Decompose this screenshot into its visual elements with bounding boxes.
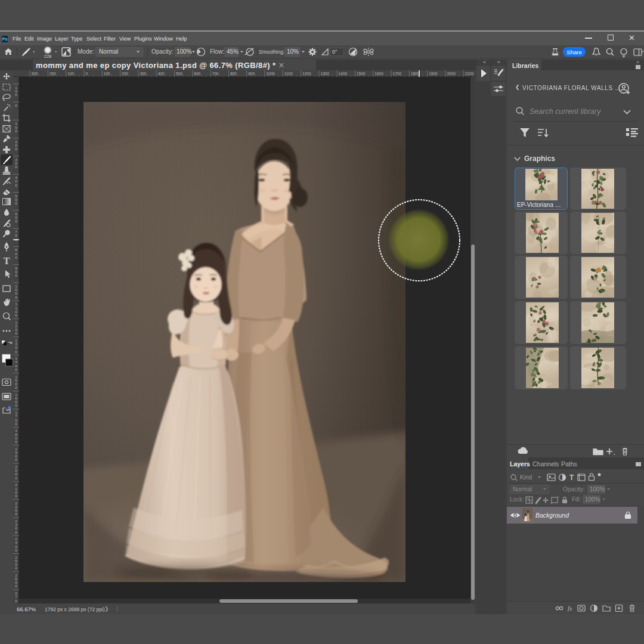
svg-text:200: 200 — [49, 72, 56, 76]
svg-text:0: 0 — [15, 201, 17, 205]
svg-text:0: 0 — [15, 273, 17, 277]
svg-text:0: 0 — [15, 385, 17, 389]
svg-text:1400: 1400 — [339, 72, 348, 76]
svg-text:100: 100 — [67, 72, 74, 76]
svg-text:T: T — [569, 473, 574, 482]
svg-text:0: 0 — [86, 72, 88, 76]
svg-text:0: 0 — [15, 530, 17, 534]
svg-text:0: 0 — [15, 92, 17, 97]
svg-text:1800: 1800 — [411, 72, 420, 76]
svg-text:0: 0 — [15, 219, 17, 223]
svg-text:Kind: Kind — [520, 474, 532, 481]
svg-text:10%: 10% — [287, 48, 299, 55]
svg-text:228: 228 — [44, 54, 52, 59]
svg-text:1500: 1500 — [357, 72, 366, 76]
svg-text:1700: 1700 — [393, 72, 402, 76]
svg-text:1900: 1900 — [429, 72, 438, 76]
svg-text:Mode:: Mode: — [78, 48, 94, 55]
svg-text:fx: fx — [568, 605, 572, 612]
svg-text:0: 0 — [15, 566, 17, 570]
svg-text:0: 0 — [15, 129, 17, 133]
svg-text:1000: 1000 — [267, 72, 275, 76]
svg-text:45%: 45% — [227, 48, 239, 55]
svg-text:Flow:: Flow: — [210, 48, 224, 55]
svg-text:0: 0 — [15, 255, 17, 259]
svg-text:500: 500 — [176, 72, 182, 76]
svg-text:0: 0 — [15, 295, 17, 299]
svg-text:1100: 1100 — [284, 72, 293, 76]
svg-text:0: 0 — [15, 331, 17, 335]
svg-text:400: 400 — [158, 72, 165, 76]
svg-text:1200: 1200 — [302, 72, 311, 76]
svg-text:2100: 2100 — [465, 72, 474, 76]
svg-text:0: 0 — [15, 103, 17, 107]
svg-text:0: 0 — [15, 457, 17, 462]
svg-text:900: 900 — [248, 72, 255, 76]
svg-text:0: 0 — [15, 183, 17, 187]
svg-text:Share: Share — [566, 49, 581, 55]
svg-text:0: 0 — [15, 422, 17, 426]
svg-text:0: 0 — [15, 584, 17, 588]
svg-text:200: 200 — [122, 72, 128, 76]
svg-text:Opacity:: Opacity: — [151, 48, 174, 55]
svg-text:300: 300 — [32, 72, 38, 76]
svg-text:0: 0 — [15, 512, 17, 516]
svg-text:Smoothing:: Smoothing: — [259, 49, 284, 55]
svg-text:0: 0 — [15, 165, 17, 169]
svg-text:Normal: Normal — [99, 48, 118, 55]
svg-text:100: 100 — [104, 72, 110, 76]
svg-text:800: 800 — [230, 72, 237, 76]
svg-text:0: 0 — [15, 147, 17, 151]
svg-text:0°: 0° — [332, 49, 338, 55]
svg-text:1300: 1300 — [320, 72, 329, 76]
svg-text:100%: 100% — [177, 48, 192, 55]
svg-text:2000: 2000 — [447, 72, 456, 76]
svg-text:0: 0 — [15, 349, 17, 354]
svg-text:1600: 1600 — [374, 72, 383, 76]
svg-text:0: 0 — [15, 476, 17, 480]
svg-text:0: 0 — [15, 367, 17, 371]
svg-text:600: 600 — [194, 72, 200, 76]
svg-text:0: 0 — [15, 237, 17, 242]
svg-text:0: 0 — [15, 313, 17, 317]
svg-text:0: 0 — [15, 439, 17, 444]
svg-text:T: T — [4, 256, 10, 266]
svg-text:300: 300 — [140, 72, 146, 76]
svg-text:0: 0 — [15, 403, 17, 407]
svg-text:700: 700 — [212, 72, 219, 76]
svg-text:0: 0 — [15, 548, 17, 552]
svg-text:0: 0 — [15, 494, 17, 498]
